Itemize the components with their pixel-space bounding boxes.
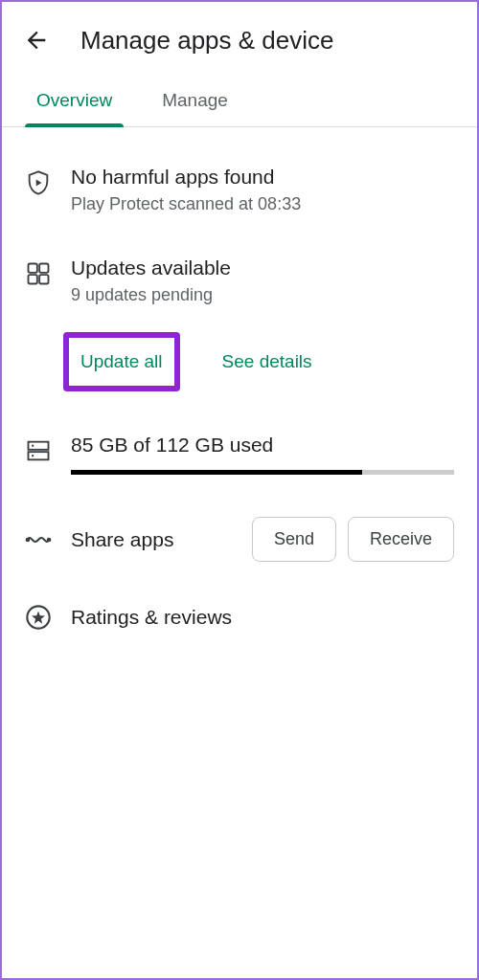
send-button[interactable]: Send <box>252 517 336 562</box>
ratings-section[interactable]: Ratings & reviews <box>25 604 454 631</box>
svg-rect-3 <box>39 275 48 283</box>
svg-rect-4 <box>29 442 49 450</box>
share-section: Share apps Send Receive <box>25 517 454 562</box>
see-details-button[interactable]: See details <box>217 332 318 391</box>
tabs: Overview Manage <box>2 75 477 127</box>
svg-point-8 <box>26 537 31 542</box>
svg-rect-5 <box>29 452 49 459</box>
svg-rect-2 <box>29 275 37 283</box>
svg-point-7 <box>32 455 34 457</box>
updates-actions: Update all See details <box>71 332 454 391</box>
header: Manage apps & device <box>2 2 477 75</box>
tab-overview[interactable]: Overview <box>25 75 124 126</box>
receive-button[interactable]: Receive <box>348 517 454 562</box>
svg-rect-1 <box>39 264 48 273</box>
storage-icon <box>25 434 71 475</box>
update-all-button[interactable]: Update all <box>75 342 169 382</box>
share-body: Share apps Send Receive <box>71 517 454 562</box>
page-title: Manage apps & device <box>80 26 334 56</box>
play-protect-body: No harmful apps found Play Protect scann… <box>71 166 454 214</box>
storage-title: 85 GB of 112 GB used <box>71 434 454 457</box>
updates-title: Updates available <box>71 256 454 279</box>
back-button[interactable] <box>21 25 52 56</box>
updates-subtitle: 9 updates pending <box>71 285 454 305</box>
storage-body: 85 GB of 112 GB used <box>71 434 454 475</box>
tab-manage[interactable]: Manage <box>150 75 240 126</box>
share-title: Share apps <box>71 528 173 551</box>
ratings-body: Ratings & reviews <box>71 606 454 629</box>
shield-icon <box>25 166 71 214</box>
arrow-back-icon <box>23 27 50 54</box>
svg-rect-0 <box>29 264 37 273</box>
play-protect-section[interactable]: No harmful apps found Play Protect scann… <box>25 166 454 214</box>
storage-progress-bar <box>71 470 454 475</box>
storage-section[interactable]: 85 GB of 112 GB used <box>25 434 454 475</box>
ratings-title: Ratings & reviews <box>71 606 454 629</box>
share-icon <box>25 526 71 553</box>
play-protect-subtitle: Play Protect scanned at 08:33 <box>71 194 454 214</box>
updates-section: Updates available 9 updates pending Upda… <box>25 256 454 391</box>
svg-point-9 <box>47 537 52 542</box>
highlight-annotation: Update all <box>63 332 180 391</box>
play-protect-title: No harmful apps found <box>71 166 454 189</box>
content: No harmful apps found Play Protect scann… <box>2 127 477 631</box>
star-icon <box>25 604 71 631</box>
share-buttons: Send Receive <box>252 517 454 562</box>
svg-point-6 <box>32 445 34 447</box>
storage-progress-fill <box>71 470 362 475</box>
updates-body: Updates available 9 updates pending Upda… <box>71 256 454 391</box>
